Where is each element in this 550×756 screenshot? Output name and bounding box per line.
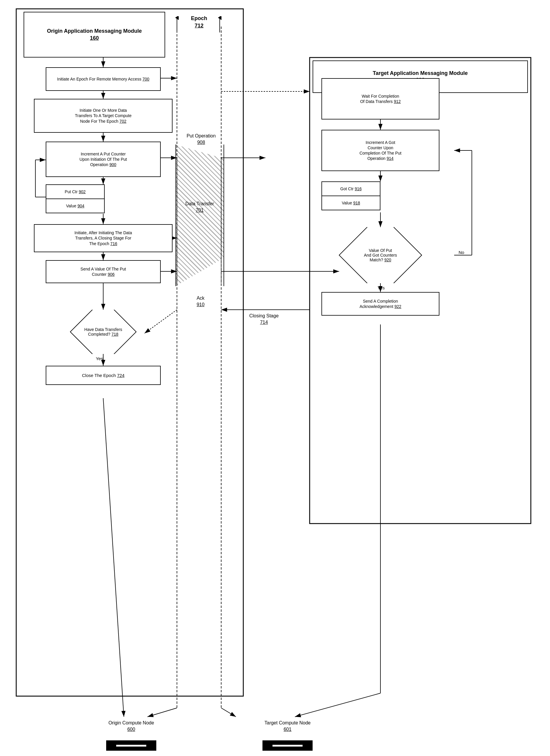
close-epoch-box: Close The Epoch 724 xyxy=(46,366,161,385)
increment-put-box: Increment A Put Counter Upon Initiation … xyxy=(46,142,161,177)
put-ctr-box: Put Ctr 902 xyxy=(46,184,105,199)
svg-line-30 xyxy=(145,310,177,333)
put-value-box: Value 904 xyxy=(46,199,105,213)
origin-node-rect xyxy=(106,740,156,751)
got-value-box: Value 918 xyxy=(321,196,380,210)
put-operation-label: Put Operation 908 xyxy=(183,133,219,146)
svg-line-37 xyxy=(147,708,177,717)
no-label: No xyxy=(459,249,464,255)
diagram: Origin Application Messaging Module 160 … xyxy=(0,0,550,756)
svg-line-40 xyxy=(295,693,380,717)
svg-line-36 xyxy=(103,398,124,717)
closing-stage-label: Closing Stage 714 xyxy=(245,313,283,326)
epoch-top-arrow2 xyxy=(217,16,226,34)
ack-label: Ack 910 xyxy=(184,295,217,308)
data-transfer-label: Data Transfer 701 xyxy=(180,201,219,214)
initiate-closing-box: Initiate, After Initiating The Data Tran… xyxy=(34,224,173,252)
origin-node-label: Origin Compute Node 600 xyxy=(105,720,158,733)
send-ack-box: Send A Completion Acknowledgement 922 xyxy=(321,292,439,316)
have-transfers-diamond: Have Data Transfers Completed? 718 xyxy=(68,310,139,354)
value-match-diamond: Value Of Put And Got Counters Match? 920 xyxy=(336,227,425,283)
initiate-epoch-box: Initiate An Epoch For Remote Memory Acce… xyxy=(46,67,161,91)
yes-label-transfers: Yes xyxy=(96,355,103,362)
send-put-value-box: Send A Value Of The Put Counter 906 xyxy=(46,260,161,283)
target-node-label: Target Compute Node 601 xyxy=(261,720,314,733)
yes-label-match: Yes xyxy=(377,285,385,291)
svg-rect-6 xyxy=(310,58,531,524)
initiate-transfers-box: Initiate One Or More Data Transfers To A… xyxy=(34,99,173,133)
target-node-rect xyxy=(262,740,313,751)
wait-completion-box: Wait For Completion Of Data Transfers 91… xyxy=(321,78,439,119)
data-transfer-hatch xyxy=(175,145,224,286)
epoch-label: Epoch 712 xyxy=(181,15,217,29)
svg-line-38 xyxy=(221,708,236,717)
origin-module-title: Origin Application Messaging Module 160 xyxy=(24,12,165,58)
increment-got-box: Increment A Got Counter Upon Completion … xyxy=(321,130,439,171)
got-ctr-box: Got Ctr 916 xyxy=(321,181,380,196)
epoch-top-arrow xyxy=(174,16,183,34)
